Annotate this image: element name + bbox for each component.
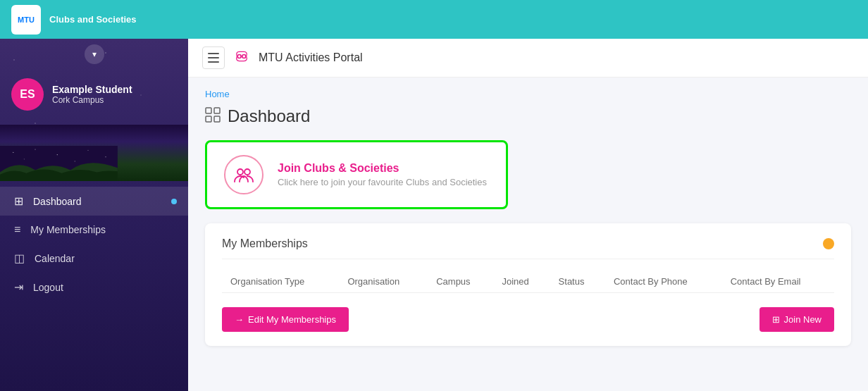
sidebar-item-label-memberships: My Memberships [30, 224, 106, 235]
memberships-card: My Memberships Organisation Type Organis… [205, 223, 851, 346]
col-status: Status [550, 271, 605, 293]
memberships-table: Organisation Type Organisation Campus Jo… [222, 271, 834, 293]
memberships-table-wrapper: Organisation Type Organisation Campus Jo… [222, 271, 834, 293]
svg-rect-10 [206, 108, 211, 113]
col-organisation-type: Organisation Type [222, 271, 339, 293]
calendar-icon: ◫ [14, 252, 25, 265]
portal-title: MTU Activities Portal [259, 51, 363, 64]
edit-arrow-icon: → [235, 314, 244, 325]
hamburger-icon [208, 53, 219, 63]
svg-point-7 [75, 161, 75, 161]
breadcrumb[interactable]: Home [205, 89, 851, 99]
table-header-row: Organisation Type Organisation Campus Jo… [222, 271, 834, 293]
sidebar-item-label-logout: Logout [33, 282, 63, 293]
join-new-label: Join New [784, 314, 822, 325]
svg-point-4 [87, 150, 88, 151]
sidebar-nav: ⊞ Dashboard ≡ My Memberships ◫ Calendar … [0, 181, 188, 307]
memberships-icon: ≡ [14, 223, 20, 236]
sidebar-item-my-memberships[interactable]: ≡ My Memberships [0, 216, 188, 244]
top-bar: MTU Clubs and Societies [0, 0, 868, 39]
portal-icon [235, 51, 249, 66]
card-footer: → Edit My Memberships ⊞ Join New [222, 307, 834, 332]
dashboard-grid-icon [205, 107, 221, 126]
card-header: My Memberships [222, 237, 834, 259]
user-name: Example Student [52, 84, 132, 95]
active-indicator [171, 199, 177, 204]
col-contact-email: Contact By Email [722, 271, 834, 293]
svg-point-3 [57, 154, 58, 155]
svg-point-8 [237, 54, 241, 58]
main-layout: ▾ ES Example Student Cork Campus [0, 39, 868, 391]
dashboard-icon: ⊞ [14, 194, 23, 208]
col-campus: Campus [428, 271, 493, 293]
sidebar-item-dashboard[interactable]: ⊞ Dashboard [0, 187, 188, 216]
svg-point-1 [13, 152, 13, 153]
sidebar: ▾ ES Example Student Cork Campus [0, 39, 188, 391]
table-head: Organisation Type Organisation Campus Jo… [222, 271, 834, 293]
hamburger-button[interactable] [202, 46, 225, 69]
join-clubs-banner[interactable]: Join Clubs & Societies Click here to joi… [205, 140, 508, 209]
svg-rect-13 [214, 116, 220, 122]
join-new-icon: ⊞ [772, 314, 780, 325]
svg-point-2 [35, 149, 35, 149]
svg-point-9 [242, 54, 246, 58]
status-indicator [823, 238, 834, 249]
card-title: My Memberships [222, 237, 308, 250]
join-subtitle: Click here to join your favourite Clubs … [278, 177, 487, 187]
user-campus: Cork Campus [52, 95, 132, 105]
join-clubs-icon [232, 163, 255, 186]
svg-point-6 [24, 159, 25, 159]
avatar: ES [11, 78, 44, 111]
logout-icon: ⇥ [14, 280, 23, 294]
user-profile: ES Example Student Cork Campus [0, 70, 188, 125]
content-area: MTU Activities Portal Home Dashboard [188, 39, 868, 391]
content-header: MTU Activities Portal [188, 39, 868, 77]
svg-rect-11 [214, 108, 220, 113]
sidebar-item-label-dashboard: Dashboard [33, 196, 82, 207]
col-contact-phone: Contact By Phone [605, 271, 722, 293]
content-body: Home Dashboard [188, 77, 868, 391]
sidebar-item-logout[interactable]: ⇥ Logout [0, 273, 188, 302]
edit-button-label: Edit My Memberships [248, 314, 336, 325]
join-text-block: Join Clubs & Societies Click here to joi… [278, 162, 487, 187]
svg-rect-12 [206, 116, 211, 122]
page-title: Dashboard [228, 106, 310, 126]
mtu-logo: MTU [11, 5, 41, 35]
page-title-row: Dashboard [205, 106, 851, 126]
sidebar-collapse-section: ▾ [0, 39, 188, 70]
user-info: Example Student Cork Campus [52, 84, 132, 105]
svg-point-14 [237, 169, 243, 175]
sidebar-landscape [0, 125, 188, 181]
join-clubs-icon-circle [224, 155, 264, 194]
join-new-button[interactable]: ⊞ Join New [760, 307, 834, 332]
join-title: Join Clubs & Societies [278, 162, 487, 175]
app-title: Clubs and Societies [49, 14, 137, 25]
sidebar-item-label-calendar: Calendar [35, 253, 75, 264]
sidebar-item-calendar[interactable]: ◫ Calendar [0, 244, 188, 273]
svg-point-5 [105, 156, 106, 157]
collapse-button[interactable]: ▾ [85, 44, 104, 64]
edit-memberships-button[interactable]: → Edit My Memberships [222, 307, 349, 332]
svg-point-15 [244, 169, 250, 175]
col-joined: Joined [493, 271, 550, 293]
col-organisation: Organisation [339, 271, 428, 293]
